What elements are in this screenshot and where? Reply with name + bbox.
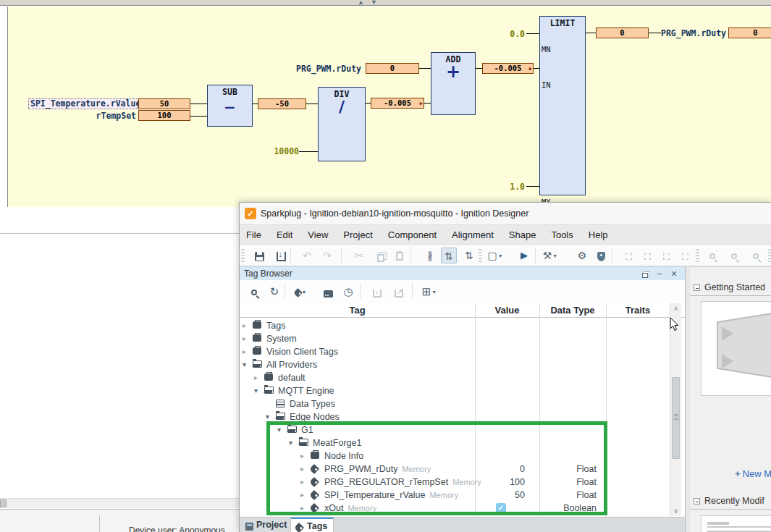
scrollbar-thumb[interactable] <box>0 499 7 507</box>
udt-drive-icon[interactable] <box>319 284 337 299</box>
menu-alignment[interactable]: Alignment <box>452 229 494 240</box>
window-titlebar[interactable]: ✓ Sparkplug - Ignition-debian10-ignition… <box>240 203 771 224</box>
tree-row-vision-client-tags[interactable]: ▸Vision Client Tags <box>240 345 670 358</box>
fbd-value-limit-out[interactable]: 0 <box>596 28 649 38</box>
add-tag-icon[interactable]: ▼ <box>292 284 309 299</box>
preview-play-icon[interactable]: ▶ <box>516 248 532 263</box>
history-clock-icon[interactable]: ◷ <box>340 284 357 299</box>
dropdown-caret-icon[interactable]: ▼ <box>498 253 503 258</box>
scroll-down-icon[interactable]: ∨ <box>670 507 681 515</box>
getting-started-header[interactable]: Getting Started <box>694 282 765 292</box>
search-icon[interactable] <box>245 284 263 299</box>
align-distribute-icon[interactable] <box>677 248 693 263</box>
export-icon[interactable] <box>390 284 408 299</box>
fbd-block-sub[interactable]: SUB − <box>207 85 253 127</box>
fbd-value-rtempset[interactable]: 100 <box>138 110 190 121</box>
project-properties-icon[interactable]: ⚙ <box>574 248 590 263</box>
column-tag[interactable]: Tag <box>240 305 475 316</box>
scrollbar-thumb[interactable] <box>672 377 680 459</box>
menu-shape[interactable]: Shape <box>509 229 536 240</box>
menu-help[interactable]: Help <box>589 229 608 240</box>
tree-row-data-types[interactable]: Data Types <box>240 397 670 410</box>
collapse-arrow-icon[interactable]: ▾ <box>243 361 246 368</box>
refresh-icon[interactable]: ↻ <box>266 284 283 299</box>
minimize-icon[interactable]: – <box>654 269 665 279</box>
tree-row-default[interactable]: ▸default <box>240 371 670 384</box>
table-header[interactable]: Tag Value Data Type Traits <box>240 303 685 318</box>
fbd-value-div-out[interactable]: -0.005 ▶ <box>371 98 424 109</box>
fbd-value-spi[interactable]: 50 <box>138 98 190 109</box>
getting-started-thumbnail[interactable] <box>701 301 771 396</box>
fbd-var-rtempset[interactable]: rTempSet <box>73 111 136 121</box>
close-icon[interactable]: × <box>668 269 680 279</box>
column-traits[interactable]: Traits <box>606 305 670 316</box>
snap-guides-icon[interactable]: ∦ <box>422 248 438 263</box>
vertical-scrollbar[interactable]: ∧ ∨ <box>670 303 681 516</box>
tools-wrench-icon[interactable]: ⚒▼ <box>542 248 558 263</box>
panel-divider[interactable] <box>685 266 690 532</box>
tag-browser-titlebar[interactable]: Tag Browser – × <box>240 266 685 280</box>
new-window-link[interactable]: +New M <box>735 468 771 479</box>
fbd-value-add-out[interactable]: -0.005 ▶ <box>482 63 534 74</box>
fbd-block-limit[interactable]: LIMIT MN IN MX <box>539 16 586 195</box>
recently-modified-thumbnail[interactable] <box>701 515 771 532</box>
align-right-icon[interactable] <box>658 248 674 263</box>
tab-project[interactable]: Project <box>244 518 290 532</box>
align-left-icon[interactable] <box>620 248 636 263</box>
fbd-var-pwm-rduty-out[interactable]: PRG_PWM.rDuty <box>661 28 726 38</box>
fbd-value-pwm-in[interactable]: 0 <box>366 63 419 74</box>
dropdown-caret-icon[interactable]: ▼ <box>552 253 557 258</box>
save-icon[interactable] <box>251 248 267 263</box>
collapse-icon[interactable] <box>694 498 700 504</box>
fbd-block-add[interactable]: ADD + <box>431 52 476 115</box>
menu-edit[interactable]: Edit <box>277 229 292 240</box>
fbd-var-pwm-rduty-in[interactable]: PRG_PWM.rDuty <box>276 64 361 74</box>
fbd-value-sub-out[interactable]: -50 <box>258 98 306 109</box>
cut-icon[interactable]: ✂ <box>351 248 367 263</box>
toolbar-grip[interactable] <box>696 249 699 262</box>
menu-tools[interactable]: Tools <box>551 229 573 240</box>
zoom-in-icon[interactable] <box>704 248 720 263</box>
tab-tags[interactable]: Tags <box>290 518 334 532</box>
fbd-const-mx[interactable]: 1.0 <box>504 182 525 192</box>
fbd-value-pwm-out[interactable]: 0 <box>728 28 771 38</box>
toolbar-grip[interactable] <box>768 249 771 262</box>
fbd-const-mn[interactable]: 0.0 <box>504 29 525 39</box>
menu-component[interactable]: Component <box>388 229 437 240</box>
tree-row-mqtt-engine[interactable]: ▾MQTT Engine <box>240 384 670 397</box>
menu-project[interactable]: Project <box>343 229 372 240</box>
expand-arrow-icon[interactable]: ▸ <box>243 322 246 329</box>
column-datatype[interactable]: Data Type <box>539 305 606 316</box>
security-shield-icon[interactable] <box>593 248 609 263</box>
flow-order-icon[interactable]: ⇅ <box>441 248 457 263</box>
scroll-up-icon[interactable]: ∧ <box>670 305 681 312</box>
horizontal-scrollbar[interactable] <box>0 498 240 508</box>
float-icon[interactable] <box>639 269 651 279</box>
undo-icon[interactable]: ↶ <box>299 248 315 263</box>
tree-row-tags[interactable]: ▸Tags <box>240 319 670 332</box>
dropdown-caret-icon[interactable]: ▼ <box>431 290 437 295</box>
column-config-icon[interactable]: ⊞▼ <box>421 284 438 299</box>
zoom-out-icon[interactable] <box>726 248 742 263</box>
flow-order-alt-icon[interactable]: ⇅ <box>461 248 477 263</box>
copy-icon[interactable] <box>373 248 389 263</box>
recently-modified-header[interactable]: Recently Modif <box>694 496 764 506</box>
import-icon[interactable] <box>368 284 386 299</box>
paste-icon[interactable] <box>392 248 408 263</box>
menu-file[interactable]: File <box>246 229 261 240</box>
fbd-block-div[interactable]: DIV / <box>318 87 366 161</box>
expand-arrow-icon[interactable]: ▸ <box>254 374 258 381</box>
fbd-const-10000[interactable]: 10000 <box>272 146 299 156</box>
shape-tool-icon[interactable]: ▢▼ <box>487 248 503 263</box>
zoom-reset-icon[interactable] <box>748 248 764 263</box>
tree-row-system[interactable]: ▸System <box>240 332 670 345</box>
menu-view[interactable]: View <box>308 229 328 240</box>
commit-icon[interactable] <box>273 248 289 263</box>
collapse-arrow-icon[interactable]: ▾ <box>254 387 258 394</box>
redo-icon[interactable]: ↷ <box>319 248 335 263</box>
align-center-icon[interactable] <box>639 248 655 263</box>
expand-arrow-icon[interactable]: ▸ <box>243 335 246 342</box>
column-value[interactable]: Value <box>475 305 539 316</box>
tree-row-all-providers[interactable]: ▾All Providers <box>240 358 670 371</box>
toolbar-grip[interactable] <box>479 249 482 262</box>
